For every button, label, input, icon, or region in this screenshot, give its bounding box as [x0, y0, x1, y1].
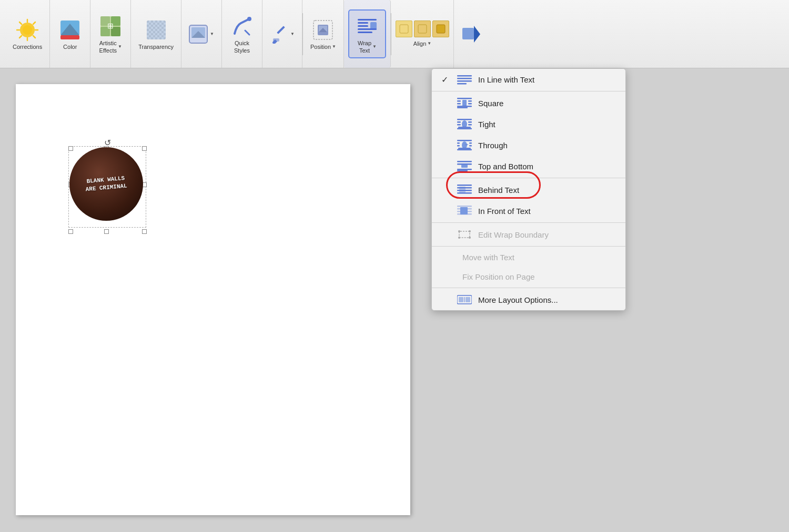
picture-styles-button[interactable]: ▼ — [186, 23, 217, 46]
svg-point-93 — [469, 237, 471, 239]
svg-rect-89 — [459, 231, 470, 238]
artistic-effects-icon: ⊞ — [98, 14, 123, 39]
quick-styles-button[interactable]: QuickStyles — [226, 12, 258, 56]
transparency-group: Transparency — [131, 0, 181, 68]
svg-rect-66 — [457, 142, 460, 144]
svg-rect-78 — [457, 170, 468, 172]
square-label: Square — [478, 99, 503, 108]
handle-bottom-right[interactable] — [142, 229, 147, 234]
svg-rect-72 — [458, 148, 471, 149]
menu-item-tight[interactable]: ✓ Tight — [432, 114, 625, 135]
align-arrow: ▼ — [427, 41, 431, 46]
check-icon: ✓ — [441, 75, 451, 85]
menu-item-more-layout[interactable]: ✓ More Layout Options... — [432, 289, 625, 310]
svg-rect-70 — [466, 144, 468, 145]
document-page: ↺ BLANK WALLS ARE CRIMINAL — [16, 84, 410, 515]
svg-rect-12 — [60, 35, 79, 39]
handle-top-left[interactable] — [68, 146, 73, 151]
wrap-text-icon — [355, 14, 380, 39]
position-label: Position — [310, 44, 331, 50]
svg-rect-42 — [437, 25, 445, 33]
svg-rect-53 — [457, 103, 461, 105]
in-front-of-text-label: In Front of Text — [478, 207, 531, 216]
wrap-text-arrow: ▼ — [372, 44, 377, 49]
svg-rect-38 — [358, 28, 377, 30]
svg-rect-28 — [277, 26, 285, 34]
svg-rect-80 — [457, 185, 472, 186]
menu-item-fix-position: Fix Position on Page — [432, 267, 625, 287]
svg-rect-81 — [457, 187, 472, 189]
menu-item-top-and-bottom[interactable]: ✓ Top and Bottom — [432, 156, 625, 177]
position-icon — [310, 17, 336, 43]
align-icon-1[interactable] — [396, 21, 412, 37]
quick-styles-group: QuickStyles — [222, 0, 262, 68]
handle-top-right[interactable] — [142, 146, 147, 151]
artistic-effects-button[interactable]: ⊞ ArtisticEffects ▼ — [95, 12, 126, 56]
wrap-text-group: WrapText ▼ — [344, 0, 391, 68]
svg-point-26 — [247, 17, 251, 21]
wrap-text-dropdown: ✓ In Line with Text ✓ — [431, 68, 626, 311]
through-icon — [457, 140, 472, 150]
paint-bucket-button[interactable]: ▼ — [267, 23, 298, 46]
quick-styles-icon — [229, 14, 255, 39]
svg-rect-49 — [457, 98, 472, 99]
through-label: Through — [478, 141, 508, 150]
align-icon-2[interactable] — [414, 21, 431, 37]
menu-item-edit-wrap-boundary: ✓ Edit Wrap Boundary — [432, 224, 625, 245]
svg-rect-56 — [457, 107, 468, 109]
align-icon-3[interactable] — [432, 21, 449, 37]
picture-style-icon — [189, 25, 208, 44]
paint-bucket-group: ▼ — [262, 0, 302, 68]
svg-rect-96 — [466, 297, 470, 302]
svg-rect-58 — [457, 121, 461, 123]
edit-wrap-boundary-label: Edit Wrap Boundary — [478, 230, 549, 239]
menu-item-in-front-of-text[interactable]: ✓ In Front of Text — [432, 200, 625, 221]
artistic-effects-arrow: ▼ — [118, 44, 122, 49]
arrange-button[interactable] — [458, 23, 483, 46]
align-group: Align ▼ — [391, 0, 454, 68]
position-button[interactable]: Position ▼ — [307, 15, 339, 53]
menu-item-behind-text[interactable]: ✓ Behind Text — [432, 179, 625, 200]
more-layout-label: More Layout Options... — [478, 295, 558, 304]
artistic-effects-label: ArtisticEffects — [99, 40, 117, 54]
image-container[interactable]: ↺ BLANK WALLS ARE CRIMINAL — [63, 137, 150, 234]
svg-rect-84 — [457, 206, 472, 207]
wrap-text-button[interactable]: WrapText ▼ — [348, 9, 386, 58]
menu-item-square[interactable]: ✓ Square — [432, 93, 625, 114]
svg-line-8 — [33, 22, 35, 24]
fix-position-label: Fix Position on Page — [462, 272, 535, 281]
position-arrow: ▼ — [332, 44, 336, 49]
color-group: Color — [50, 0, 90, 68]
svg-rect-83 — [457, 192, 472, 194]
svg-rect-22 — [147, 21, 166, 39]
menu-divider-2 — [432, 178, 625, 178]
handle-bottom-left[interactable] — [68, 229, 73, 234]
tight-icon — [457, 119, 472, 129]
tight-label: Tight — [478, 120, 495, 129]
svg-rect-63 — [458, 127, 471, 128]
svg-rect-76 — [461, 165, 468, 168]
svg-rect-52 — [468, 100, 472, 102]
svg-point-91 — [469, 230, 471, 232]
top-bottom-icon — [457, 161, 472, 171]
svg-rect-73 — [457, 149, 472, 151]
svg-rect-41 — [418, 25, 427, 33]
paint-bucket-icon — [270, 25, 289, 44]
svg-rect-68 — [469, 142, 472, 144]
paint-bucket-arrow: ▼ — [290, 32, 295, 36]
svg-rect-62 — [468, 124, 472, 126]
transparency-button[interactable]: Transparency — [135, 15, 177, 53]
handle-bottom-middle[interactable] — [104, 229, 109, 234]
svg-rect-54 — [468, 103, 472, 105]
picture-styles-arrow: ▼ — [210, 32, 214, 36]
edit-wrap-icon — [457, 229, 472, 240]
menu-item-in-line-with-text[interactable]: ✓ In Line with Text — [432, 69, 625, 90]
behind-text-icon — [457, 185, 472, 195]
menu-item-through[interactable]: ✓ Through — [432, 135, 625, 156]
corrections-button[interactable]: Corrections — [9, 15, 45, 53]
svg-rect-35 — [358, 22, 368, 24]
artistic-effects-group: ⊞ ArtisticEffects ▼ — [90, 0, 131, 68]
svg-rect-61 — [457, 124, 461, 126]
svg-rect-55 — [457, 106, 472, 107]
color-button[interactable]: Color — [54, 15, 86, 53]
